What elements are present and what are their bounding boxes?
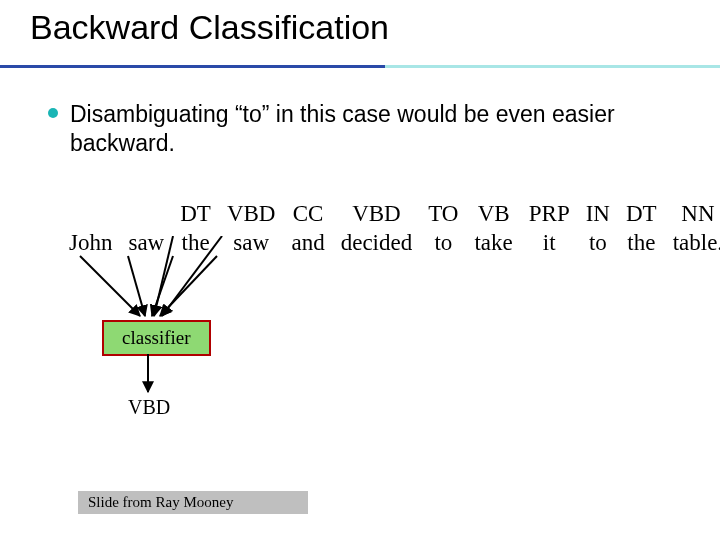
svg-line-1: [128, 256, 145, 316]
word-cell: table.: [666, 229, 720, 256]
word-cell: the: [619, 229, 664, 256]
pos-cell: VB: [467, 200, 519, 227]
pos-cell: [121, 200, 171, 227]
word-cell: saw: [220, 229, 283, 256]
bullet-text: Disambiguating “to” in this case would b…: [70, 100, 660, 158]
word-row: John saw the saw and decided to take it …: [62, 229, 720, 256]
pos-cell: PRP: [522, 200, 577, 227]
pos-cell: DT: [173, 200, 218, 227]
classifier-box: classifier: [102, 320, 211, 356]
rule-dark: [0, 65, 385, 68]
attribution-footer: Slide from Ray Mooney: [78, 491, 308, 514]
pos-row: DT VBD CC VBD TO VB PRP IN DT NN: [62, 200, 720, 227]
word-cell: take: [467, 229, 519, 256]
word-cell: decided: [334, 229, 420, 256]
word-cell: to: [579, 229, 617, 256]
pos-cell: CC: [284, 200, 331, 227]
pos-cell: DT: [619, 200, 664, 227]
pos-cell: [62, 200, 119, 227]
pos-cell: VBD: [334, 200, 420, 227]
bullet-icon: [48, 108, 58, 118]
pos-cell: NN: [666, 200, 720, 227]
svg-line-0: [80, 256, 140, 316]
bullet-content: Disambiguating “to” in this case would b…: [70, 101, 615, 156]
word-cell: John: [62, 229, 119, 256]
output-arrow: [120, 350, 180, 400]
pos-cell: VBD: [220, 200, 283, 227]
slide-title: Backward Classification: [30, 8, 389, 47]
svg-line-2: [152, 256, 173, 316]
pos-cell: TO: [421, 200, 465, 227]
word-cell: to: [421, 229, 465, 256]
word-cell: and: [284, 229, 331, 256]
word-cell: saw: [121, 229, 171, 256]
pos-cell: IN: [579, 200, 617, 227]
tagged-sentence: DT VBD CC VBD TO VB PRP IN DT NN John sa…: [60, 198, 720, 258]
word-cell: it: [522, 229, 577, 256]
slide-root: Backward Classification Disambiguating “…: [0, 0, 720, 540]
classifier-output: VBD: [128, 396, 170, 419]
svg-line-3: [160, 256, 217, 316]
word-cell: the: [173, 229, 218, 256]
